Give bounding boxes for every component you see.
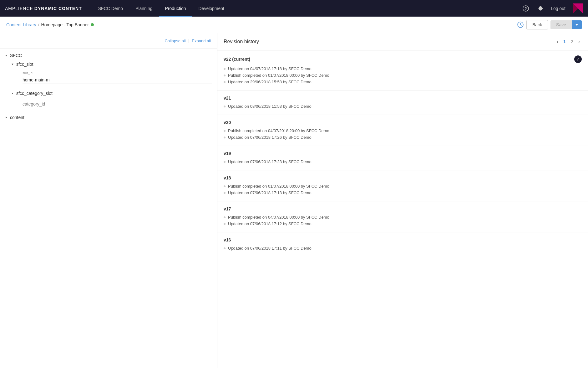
logout-button[interactable]: Log out: [551, 6, 565, 11]
pagination-prev-button[interactable]: ‹: [555, 38, 560, 45]
revision-events-list: Updated on 07/06/2018 17:23 by SFCC Demo: [224, 158, 582, 165]
revision-event-item: Updated on 07/06/2018 17:13 by SFCC Demo: [224, 189, 582, 196]
revision-card-v16[interactable]: v16Updated on 07/06/2018 17:11 by SFCC D…: [217, 232, 588, 257]
event-text: Publish completed on 01/07/2018 00:00 by…: [228, 184, 329, 189]
event-text: Publish completed on 04/07/2018 20:00 by…: [228, 128, 329, 133]
event-bullet-icon: [224, 216, 226, 218]
svg-marker-9: [6, 117, 7, 118]
event-bullet-icon: [224, 185, 226, 187]
nav-tab-development[interactable]: Development: [192, 0, 231, 17]
tree-label-sfcc-category-slot: sfcc_category_slot: [16, 91, 53, 96]
nav-tabs: SFCC Demo Planning Production Developmen…: [92, 0, 521, 17]
brand-amplience: AMPLIENCE: [5, 6, 33, 11]
chevron-down-icon-sfcc: [4, 53, 9, 58]
tree-item-content: content: [0, 113, 217, 122]
tree-item-sfcc-slot: sfcc_slot slot_id: [6, 60, 217, 89]
field-label-slot-id: slot_id: [23, 71, 212, 75]
revision-card-v18[interactable]: v18Publish completed on 01/07/2018 00:00…: [217, 170, 588, 201]
revision-event-item: Publish completed on 04/07/2018 20:00 by…: [224, 127, 582, 134]
tree-children-sfcc: sfcc_slot slot_id: [0, 60, 217, 113]
collapse-all-button[interactable]: Collapse all: [165, 39, 185, 43]
expand-all-button[interactable]: Expand all: [192, 39, 211, 43]
history-button[interactable]: [517, 21, 524, 28]
tree-sub-children-sfcc-slot: slot_id: [6, 69, 217, 89]
revision-event-item: Updated on 07/06/2018 17:26 by SFCC Demo: [224, 134, 582, 141]
tree-row-sfcc-slot[interactable]: sfcc_slot: [6, 60, 217, 69]
breadcrumb-library-link[interactable]: Content Library: [6, 22, 36, 27]
revision-version-label: v21: [224, 96, 231, 101]
revision-events-list: Updated on 07/06/2018 17:11 by SFCC Demo: [224, 245, 582, 251]
save-button: Save: [550, 20, 572, 29]
revision-title: Revision history: [224, 39, 259, 44]
event-text: Updated on 07/06/2018 17:26 by SFCC Demo: [228, 135, 312, 140]
settings-button[interactable]: [536, 3, 546, 13]
pagination-page-1[interactable]: 1: [561, 39, 568, 45]
revision-events-list: Publish completed on 01/07/2018 00:00 by…: [224, 183, 582, 196]
revision-list: v22 (current)✓Updated on 04/07/2018 17:1…: [217, 50, 588, 257]
tree-container: SFCC sfcc_slot slot_id: [0, 49, 217, 124]
status-dot-online: [91, 23, 94, 26]
breadcrumb: Content Library / Homepage - Top Banner: [6, 22, 517, 27]
pagination-next-button[interactable]: ›: [576, 38, 582, 45]
tree-sub-children-sfcc-category-slot: [6, 98, 217, 113]
brand-logo: AMPLIENCE DYNAMIC CONTENT: [5, 6, 82, 11]
event-text: Updated on 07/06/2018 17:12 by SFCC Demo: [228, 221, 312, 226]
panel-toolbar: Collapse all | Expand all: [0, 33, 217, 49]
revision-events-list: Updated on 08/06/2018 11:53 by SFCC Demo: [224, 103, 582, 110]
event-text: Updated on 29/06/2018 15:58 by SFCC Demo: [228, 80, 312, 84]
tree-label-sfcc: SFCC: [10, 53, 22, 58]
revision-version-row: v20: [224, 120, 582, 125]
nav-tab-planning[interactable]: Planning: [129, 0, 159, 17]
tree-row-content[interactable]: content: [0, 113, 217, 122]
revision-version-label: v16: [224, 237, 231, 242]
event-text: Updated on 07/06/2018 17:13 by SFCC Demo: [228, 190, 312, 195]
left-panel: Collapse all | Expand all SFCC: [0, 33, 217, 368]
brand-dynamic: DYNAMIC CONTENT: [34, 6, 82, 11]
field-input-slot-id[interactable]: [23, 76, 212, 84]
event-text: Updated on 04/07/2018 17:18 by SFCC Demo: [228, 66, 312, 71]
revision-event-item: Updated on 29/06/2018 15:58 by SFCC Demo: [224, 79, 582, 85]
event-bullet-icon: [224, 68, 226, 70]
svg-marker-5: [575, 24, 578, 26]
revision-card-v22-(current)[interactable]: v22 (current)✓Updated on 04/07/2018 17:1…: [217, 50, 588, 91]
revision-event-item: Publish completed on 01/07/2018 00:00 by…: [224, 183, 582, 189]
revision-card-v20[interactable]: v20Publish completed on 04/07/2018 20:00…: [217, 115, 588, 146]
back-button[interactable]: Back: [526, 20, 548, 29]
revision-events-list: Publish completed on 04/07/2018 00:00 by…: [224, 214, 582, 227]
revision-event-item: Publish completed on 04/07/2018 00:00 by…: [224, 214, 582, 220]
event-text: Updated on 07/06/2018 17:23 by SFCC Demo: [228, 159, 312, 164]
revision-event-item: Publish completed on 01/07/2018 00:00 by…: [224, 72, 582, 79]
tree-label-content: content: [10, 115, 24, 120]
pagination-page-2[interactable]: 2: [569, 39, 575, 45]
revision-version-label: v22 (current): [224, 57, 250, 62]
event-text: Updated on 07/06/2018 17:11 by SFCC Demo: [228, 246, 312, 251]
revision-version-row: v22 (current)✓: [224, 55, 582, 63]
help-button[interactable]: ?: [521, 3, 531, 13]
top-navigation: AMPLIENCE DYNAMIC CONTENT SFCC Demo Plan…: [0, 0, 588, 17]
field-input-category-id[interactable]: [23, 100, 212, 108]
nav-tab-production[interactable]: Production: [159, 0, 192, 17]
revision-card-v19[interactable]: v19Updated on 07/06/2018 17:23 by SFCC D…: [217, 146, 588, 170]
chevron-down-icon-sfcc-slot: [10, 62, 15, 67]
event-bullet-icon: [224, 81, 226, 83]
revision-event-item: Updated on 08/06/2018 11:53 by SFCC Demo: [224, 103, 582, 110]
tree-row-sfcc[interactable]: SFCC: [0, 51, 217, 60]
revision-event-item: Updated on 04/07/2018 17:18 by SFCC Demo: [224, 65, 582, 72]
save-dropdown-button[interactable]: [572, 20, 582, 29]
event-bullet-icon: [224, 137, 226, 138]
right-panel: Revision history ‹ 1 2 › v22 (current)✓U…: [217, 33, 588, 368]
svg-marker-6: [5, 55, 7, 56]
toolbar-separator: |: [188, 38, 190, 43]
breadcrumb-actions: Back Save: [517, 20, 582, 29]
main-content: Collapse all | Expand all SFCC: [0, 33, 588, 368]
revision-card-v21[interactable]: v21Updated on 08/06/2018 11:53 by SFCC D…: [217, 91, 588, 115]
revision-card-v17[interactable]: v17Publish completed on 04/07/2018 00:00…: [217, 201, 588, 232]
revision-event-item: Updated on 07/06/2018 17:23 by SFCC Demo: [224, 158, 582, 165]
nav-tab-sfcc-demo[interactable]: SFCC Demo: [92, 0, 129, 17]
tree-row-sfcc-category-slot[interactable]: sfcc_category_slot: [6, 89, 217, 98]
svg-marker-7: [12, 64, 13, 65]
revision-header: Revision history ‹ 1 2 ›: [217, 33, 588, 50]
revision-events-list: Updated on 04/07/2018 17:18 by SFCC Demo…: [224, 65, 582, 85]
nav-right-actions: ? Log out: [521, 3, 583, 13]
event-bullet-icon: [224, 247, 226, 249]
